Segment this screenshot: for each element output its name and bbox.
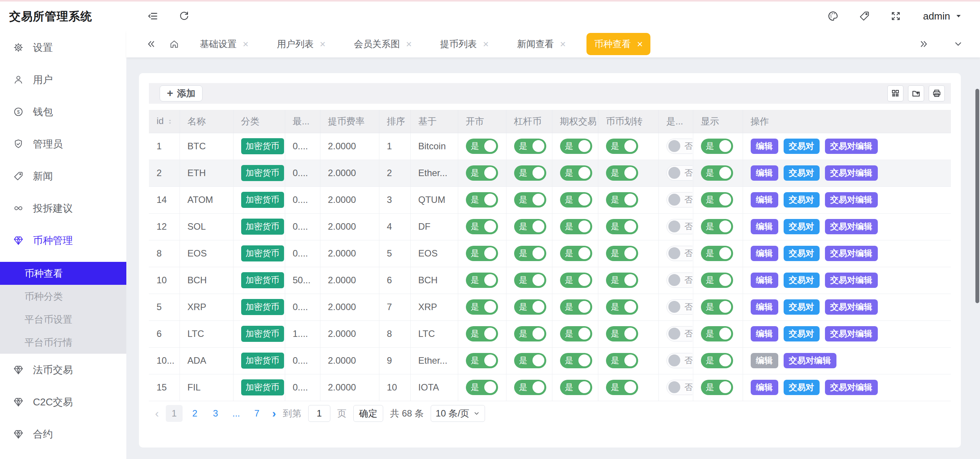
page-number[interactable]: 3 <box>207 405 224 422</box>
option-toggle[interactable]: 是 <box>560 380 592 395</box>
is-toggle[interactable]: 否 <box>666 326 693 341</box>
tab-2[interactable]: 会员关系图× <box>346 33 419 55</box>
pair-button[interactable]: 交易对 <box>784 139 820 154</box>
show-toggle[interactable]: 是 <box>701 326 733 341</box>
show-toggle[interactable]: 是 <box>701 165 733 181</box>
sidebar-subitem-0[interactable]: 币种查看 <box>0 262 126 285</box>
option-toggle[interactable]: 是 <box>560 139 592 154</box>
show-toggle[interactable]: 是 <box>701 353 733 368</box>
scrollbar-thumb[interactable] <box>975 89 979 303</box>
export-icon-button[interactable] <box>908 85 924 101</box>
fullscreen-icon[interactable] <box>890 10 902 22</box>
column-header-id[interactable]: id <box>149 110 180 133</box>
tab-4[interactable]: 新闻查看× <box>510 33 573 55</box>
lever-toggle[interactable]: 是 <box>514 192 546 207</box>
is-toggle[interactable]: 否 <box>666 299 693 315</box>
edit-button[interactable]: 编辑 <box>751 273 778 288</box>
tab-5-active[interactable]: 币种查看× <box>586 33 650 55</box>
pair-button[interactable]: 交易对 <box>784 192 820 207</box>
transfer-toggle[interactable]: 是 <box>606 299 638 315</box>
open-toggle[interactable]: 是 <box>466 192 498 207</box>
pair-button[interactable]: 交易对 <box>784 380 820 395</box>
edit-button[interactable]: 编辑 <box>751 165 778 181</box>
chevron-down-icon[interactable] <box>953 39 963 49</box>
sidebar-item-4[interactable]: 新闻 <box>0 160 126 192</box>
show-toggle[interactable]: 是 <box>701 246 733 261</box>
transfer-toggle[interactable]: 是 <box>606 139 638 154</box>
open-toggle[interactable]: 是 <box>466 299 498 315</box>
show-toggle[interactable]: 是 <box>701 139 733 154</box>
tag-icon[interactable] <box>859 10 870 22</box>
edit-button[interactable]: 编辑 <box>751 139 778 154</box>
lever-toggle[interactable]: 是 <box>514 353 546 368</box>
tab-close-icon[interactable]: × <box>320 39 325 49</box>
open-toggle[interactable]: 是 <box>466 139 498 154</box>
transfer-toggle[interactable]: 是 <box>606 192 638 207</box>
edit-button[interactable]: 编辑 <box>751 326 778 341</box>
tab-1[interactable]: 用户列表× <box>269 33 333 55</box>
option-toggle[interactable]: 是 <box>560 246 592 261</box>
open-toggle[interactable]: 是 <box>466 380 498 395</box>
home-icon[interactable] <box>169 39 179 49</box>
sort-icon[interactable] <box>167 116 173 127</box>
show-toggle[interactable]: 是 <box>701 219 733 234</box>
print-icon-button[interactable] <box>929 85 945 101</box>
open-toggle[interactable]: 是 <box>466 353 498 368</box>
lever-toggle[interactable]: 是 <box>514 219 546 234</box>
lever-toggle[interactable]: 是 <box>514 273 546 288</box>
page-ellipsis[interactable]: ... <box>228 405 245 422</box>
tab-close-icon[interactable]: × <box>406 39 412 49</box>
transfer-toggle[interactable]: 是 <box>606 165 638 181</box>
show-toggle[interactable]: 是 <box>701 380 733 395</box>
tab-close-icon[interactable]: × <box>243 39 248 49</box>
transfer-toggle[interactable]: 是 <box>606 326 638 341</box>
option-toggle[interactable]: 是 <box>560 353 592 368</box>
is-toggle[interactable]: 否 <box>666 165 693 181</box>
page-jump-input[interactable] <box>308 405 330 422</box>
pair-edit-button[interactable]: 交易对编辑 <box>825 326 878 341</box>
show-toggle[interactable]: 是 <box>701 273 733 288</box>
tab-close-icon[interactable]: × <box>483 39 489 49</box>
is-toggle[interactable]: 否 <box>666 246 693 261</box>
lever-toggle[interactable]: 是 <box>514 165 546 181</box>
is-toggle[interactable]: 否 <box>666 353 693 368</box>
menu-fold-icon[interactable] <box>147 10 158 22</box>
sidebar-item-2[interactable]: $钱包 <box>0 96 126 128</box>
is-toggle[interactable]: 否 <box>666 380 693 395</box>
edit-button[interactable]: 编辑 <box>751 192 778 207</box>
pair-button[interactable]: 交易对 <box>784 246 820 261</box>
pair-edit-button[interactable]: 交易对编辑 <box>825 246 878 261</box>
transfer-toggle[interactable]: 是 <box>606 353 638 368</box>
sidebar-item-1[interactable]: 用户 <box>0 64 126 96</box>
lever-toggle[interactable]: 是 <box>514 380 546 395</box>
palette-icon[interactable] <box>827 10 839 22</box>
pair-edit-button[interactable]: 交易对编辑 <box>825 219 878 234</box>
pair-edit-button[interactable]: 交易对编辑 <box>825 192 878 207</box>
pair-edit-button[interactable]: 交易对编辑 <box>825 273 878 288</box>
open-toggle[interactable]: 是 <box>466 246 498 261</box>
lever-toggle[interactable]: 是 <box>514 326 546 341</box>
pair-edit-button[interactable]: 交易对编辑 <box>825 165 878 181</box>
columns-icon-button[interactable] <box>887 85 903 101</box>
option-toggle[interactable]: 是 <box>560 219 592 234</box>
edit-button[interactable]: 编辑 <box>751 246 778 261</box>
option-toggle[interactable]: 是 <box>560 299 592 315</box>
sidebar-item-6[interactable]: 币种管理 <box>0 224 126 256</box>
pair-button[interactable]: 交易对 <box>784 299 820 315</box>
pair-button[interactable]: 交易对 <box>784 219 820 234</box>
pair-edit-button[interactable]: 交易对编辑 <box>784 353 836 368</box>
open-toggle[interactable]: 是 <box>466 273 498 288</box>
add-button[interactable]: + 添加 <box>160 85 203 101</box>
option-toggle[interactable]: 是 <box>560 273 592 288</box>
pair-button[interactable]: 交易对 <box>784 165 820 181</box>
show-toggle[interactable]: 是 <box>701 192 733 207</box>
tab-close-icon[interactable]: × <box>560 39 566 49</box>
lever-toggle[interactable]: 是 <box>514 246 546 261</box>
page-number[interactable]: 2 <box>186 405 203 422</box>
page-number[interactable]: 7 <box>248 405 265 422</box>
sidebar-subitem-3[interactable]: 平台币行情 <box>0 331 126 354</box>
is-toggle[interactable]: 否 <box>666 139 693 154</box>
edit-button[interactable]: 编辑 <box>751 219 778 234</box>
sidebar-item-7[interactable]: 法币交易 <box>0 354 126 386</box>
pair-edit-button[interactable]: 交易对编辑 <box>825 380 878 395</box>
